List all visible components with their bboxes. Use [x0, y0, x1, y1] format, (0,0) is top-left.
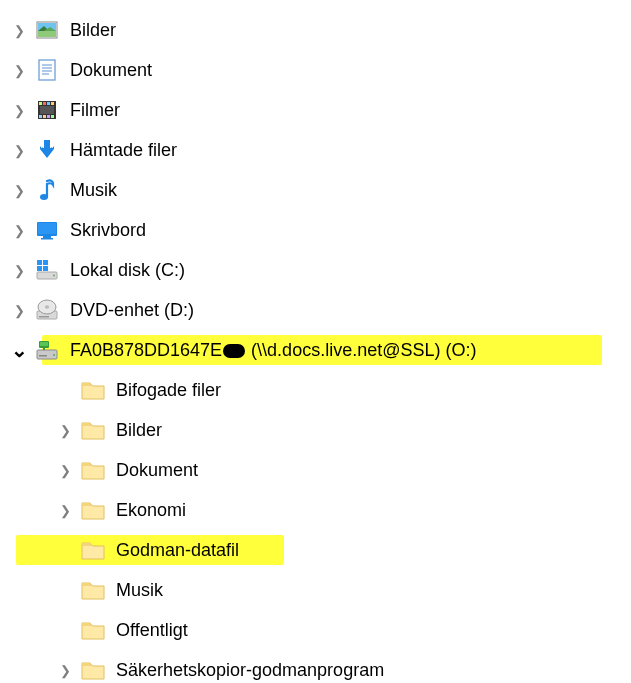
tree-item-label: Musik: [70, 180, 117, 201]
tree-item-label: Dokument: [70, 60, 152, 81]
chevron-right-icon[interactable]: ❯: [10, 21, 28, 39]
chevron-right-icon[interactable]: ❯: [10, 141, 28, 159]
tree-item-label: Hämtade filer: [70, 140, 177, 161]
folder-icon: [80, 657, 106, 683]
tree-item[interactable]: ❯Bilder: [10, 410, 621, 450]
tree-item-label: Bifogade filer: [116, 380, 221, 401]
folder-icon: [80, 497, 106, 523]
tree-item-label: Musik: [116, 580, 163, 601]
music-icon: [34, 177, 60, 203]
folder-tree: ❯Bilder❯Dokument❯Filmer❯Hämtade filer❯Mu…: [10, 10, 621, 683]
chevron-right-icon[interactable]: ❯: [56, 661, 74, 679]
folder-icon: [80, 457, 106, 483]
tree-item[interactable]: ❯Ekonomi: [10, 490, 621, 530]
tree-item[interactable]: ❯Dokument: [10, 50, 621, 90]
redaction-mark: [223, 344, 245, 358]
chevron-right-icon[interactable]: ❯: [10, 301, 28, 319]
localdisk-icon: [34, 257, 60, 283]
chevron-right-icon[interactable]: ❯: [10, 101, 28, 119]
tree-item[interactable]: ❯Offentligt: [10, 610, 621, 650]
chevron-right-icon[interactable]: ❯: [10, 61, 28, 79]
chevron-right-icon[interactable]: ❯: [10, 181, 28, 199]
folder-icon: [80, 577, 106, 603]
netdrive-icon: [34, 337, 60, 363]
tree-item[interactable]: ❯Bifogade filer: [10, 370, 621, 410]
tree-item[interactable]: ❯Lokal disk (C:): [10, 250, 621, 290]
tree-item[interactable]: ❯DVD-enhet (D:): [10, 290, 621, 330]
tree-item-label: Skrivbord: [70, 220, 146, 241]
chevron-right-icon[interactable]: ❯: [10, 221, 28, 239]
chevron-right-icon[interactable]: ❯: [56, 461, 74, 479]
film-icon: [34, 97, 60, 123]
tree-item-label-post: (\\d.docs.live.net@SSL) (O:): [246, 340, 476, 360]
folder-icon: [80, 377, 106, 403]
chevron-right-icon[interactable]: ❯: [56, 501, 74, 519]
tree-item[interactable]: ❯Hämtade filer: [10, 130, 621, 170]
tree-item[interactable]: ❯Säkerhetskopior-godmanprogram: [10, 650, 621, 683]
tree-item-label: Säkerhetskopior-godmanprogram: [116, 660, 384, 681]
tree-item[interactable]: ❯Musik: [10, 170, 621, 210]
tree-item-label: Filmer: [70, 100, 120, 121]
dvd-icon: [34, 297, 60, 323]
tree-item[interactable]: ❯Godman-datafil: [10, 530, 621, 570]
chevron-right-icon[interactable]: ❯: [10, 261, 28, 279]
tree-item[interactable]: ❯Bilder: [10, 10, 621, 50]
desktop-icon: [34, 217, 60, 243]
download-icon: [34, 137, 60, 163]
tree-item-label: Bilder: [116, 420, 162, 441]
tree-item[interactable]: ❯Musik: [10, 570, 621, 610]
folder-icon: [80, 537, 106, 563]
tree-item-label-pre: FA0B878DD1647E: [70, 340, 222, 360]
tree-item-label: Godman-datafil: [116, 540, 239, 561]
tree-item[interactable]: ❯Dokument: [10, 450, 621, 490]
tree-item-label: Ekonomi: [116, 500, 186, 521]
tree-item-label: Bilder: [70, 20, 116, 41]
tree-item-label: Dokument: [116, 460, 198, 481]
tree-item-label: Offentligt: [116, 620, 188, 641]
tree-item-label: Lokal disk (C:): [70, 260, 185, 281]
tree-item[interactable]: ⌄FA0B878DD1647E (\\d.docs.live.net@SSL) …: [10, 330, 621, 370]
folder-icon: [80, 417, 106, 443]
tree-item[interactable]: ❯Skrivbord: [10, 210, 621, 250]
chevron-right-icon[interactable]: ❯: [56, 421, 74, 439]
document-icon: [34, 57, 60, 83]
folder-icon: [80, 617, 106, 643]
chevron-down-icon[interactable]: ⌄: [10, 341, 28, 359]
tree-item-label: DVD-enhet (D:): [70, 300, 194, 321]
tree-item[interactable]: ❯Filmer: [10, 90, 621, 130]
pictures-icon: [34, 17, 60, 43]
tree-item-label: FA0B878DD1647E (\\d.docs.live.net@SSL) (…: [70, 340, 476, 361]
